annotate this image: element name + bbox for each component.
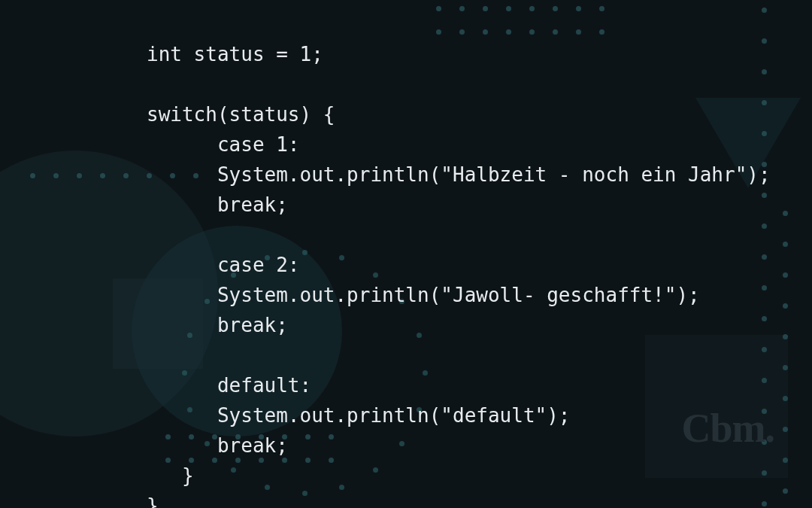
dot-pattern-top — [436, 6, 604, 35]
code-content: int status = 1; switch(status) { case 1:… — [147, 43, 771, 508]
code-block: int status = 1; switch(status) { case 1:… — [147, 39, 771, 508]
dot-pattern-right2 — [783, 211, 788, 494]
